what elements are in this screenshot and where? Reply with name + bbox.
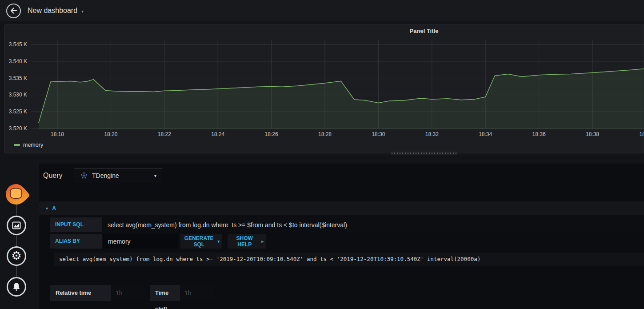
svg-text:18:34: 18:34 [479, 131, 492, 137]
svg-text:18:36: 18:36 [532, 131, 546, 137]
alert-bell-icon [12, 282, 21, 292]
generate-sql-button[interactable]: GENERATE SQL ▾ [180, 234, 222, 249]
svg-text:18:20: 18:20 [104, 131, 117, 137]
svg-text:18:38: 18:38 [586, 131, 599, 137]
panel-resize-handle[interactable] [391, 152, 457, 155]
query-editor: Query TDengine ▾ ▾ A INPUT SQL ALIAS BY [39, 164, 644, 309]
chevron-right-icon: ▸ [261, 239, 264, 244]
visualization-chart-icon [12, 221, 21, 230]
tab-rail-connector [16, 194, 17, 288]
chevron-down-icon: ▾ [217, 239, 220, 244]
svg-text:3.535 K: 3.535 K [9, 75, 27, 81]
svg-text:18:40: 18:40 [639, 131, 644, 137]
memory-time-series-chart[interactable]: 18:1818:2018:2218:2418:2618:2818:3018:32… [5, 25, 644, 153]
svg-text:3.530 K: 3.530 K [9, 92, 27, 98]
svg-text:18:24: 18:24 [211, 131, 224, 137]
relative-time-group: Relative time [50, 285, 145, 301]
svg-text:18:32: 18:32 [425, 131, 439, 137]
settings-gear-icon: ⚙ [11, 250, 21, 261]
input-sql-label: INPUT SQL [50, 217, 102, 232]
relative-time-field[interactable] [111, 285, 145, 301]
time-options-row: Relative time Time shift [50, 285, 214, 301]
show-help-button[interactable]: SHOW HELP ▸ [228, 234, 266, 249]
tab-visualization[interactable] [7, 216, 26, 235]
chart-legend: memory [14, 142, 43, 148]
datasource-name: TDengine [92, 172, 119, 179]
chevron-down-icon: ▾ [154, 173, 156, 178]
alias-by-field[interactable] [103, 234, 178, 249]
database-icon [5, 184, 36, 205]
legend-series-label[interactable]: memory [23, 142, 43, 148]
svg-text:3.525 K: 3.525 K [9, 108, 27, 115]
svg-text:18:18: 18:18 [51, 131, 64, 137]
query-section-title: Query [43, 167, 63, 184]
tdengine-logo-icon [80, 172, 88, 179]
input-sql-field[interactable] [103, 217, 644, 232]
time-shift-group: Time shift [150, 285, 214, 301]
time-shift-field[interactable] [180, 285, 214, 301]
dashboard-title[interactable]: New dashboard ▾ [28, 7, 84, 15]
tab-general[interactable]: ⚙ [7, 246, 26, 266]
editor-tab-rail: ⚙ [0, 153, 39, 309]
svg-text:18:22: 18:22 [158, 131, 171, 137]
query-a-collapse-header[interactable]: ▾ A [39, 201, 644, 215]
svg-text:3.545 K: 3.545 K [9, 41, 27, 48]
relative-time-label: Relative time [50, 285, 111, 301]
query-header: Query TDengine ▾ [39, 167, 644, 184]
generated-sql-text: select avg(mem_system) from log.dn where… [54, 253, 644, 266]
svg-text:3.520 K: 3.520 K [9, 125, 27, 132]
svg-text:18:28: 18:28 [318, 131, 332, 137]
svg-text:18:26: 18:26 [265, 131, 278, 137]
svg-text:18:30: 18:30 [372, 131, 385, 137]
alias-by-label: ALIAS BY [50, 234, 102, 249]
chevron-down-icon: ▾ [81, 8, 84, 14]
back-button[interactable] [6, 4, 21, 18]
tab-queries[interactable] [5, 184, 36, 205]
svg-text:3.540 K: 3.540 K [9, 58, 27, 64]
navbar: New dashboard ▾ [0, 0, 644, 21]
query-ref-id: A [52, 205, 56, 212]
legend-color-swatch [14, 144, 20, 146]
collapse-caret-icon: ▾ [46, 206, 48, 211]
arrow-left-icon [10, 7, 17, 14]
chart-panel: Panel Title 18:1818:2018:2218:2418:2618:… [4, 24, 644, 153]
time-shift-label: Time shift [150, 285, 180, 301]
dashboard-title-text: New dashboard [28, 7, 77, 15]
tab-alert[interactable] [7, 277, 26, 297]
datasource-picker[interactable]: TDengine ▾ [74, 168, 162, 183]
